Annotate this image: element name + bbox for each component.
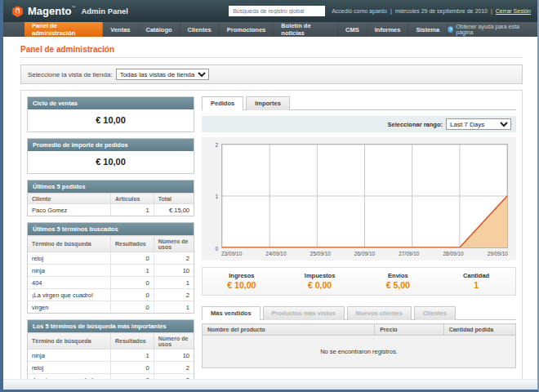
box-title: Últimos 5 pedidos — [28, 180, 194, 193]
last-orders-box: Últimos 5 pedidos Cliente Artículos Tota… — [27, 180, 194, 216]
column-header: Precio — [375, 324, 443, 336]
cell: ninja — [28, 265, 111, 277]
cell: 1 — [111, 265, 154, 277]
cell: ¡La virgen que cuadro! — [28, 289, 111, 301]
chart-tabs: Pedidos Importes — [202, 96, 516, 110]
cell: 2 — [154, 362, 194, 374]
table-row[interactable]: virgen 0 1 — [28, 301, 194, 314]
cell: 0 — [111, 277, 154, 289]
cell: 0 — [111, 252, 154, 265]
page-footer — [3, 379, 537, 390]
bestsellers-table: Nombre del producto Precio Cantidad pedi… — [202, 323, 516, 368]
cell: 404 — [28, 277, 111, 289]
total-value: € 10,00 — [203, 280, 281, 290]
nav-item-reports[interactable]: Informes — [368, 22, 409, 37]
global-search-input[interactable] — [229, 6, 325, 16]
magento-logo-icon — [11, 5, 24, 18]
cell: 1 — [111, 204, 154, 216]
column-header: Cliente — [28, 194, 111, 204]
last-search-terms-box: Últimos 5 términos buscados Término de b… — [27, 222, 194, 314]
cell: € 15,00 — [154, 204, 194, 216]
chart-plot-area — [221, 144, 508, 248]
cell: 10 — [154, 350, 194, 362]
x-tick-label: 26/09/10 — [354, 251, 375, 256]
tab-most-viewed[interactable]: Productos más vistos — [263, 306, 345, 320]
table-header-row: Término de búsqueda Resultados Número de… — [28, 333, 194, 350]
column-header: Resultados — [111, 236, 154, 252]
cell: 1 — [154, 277, 194, 289]
average-orders-value: € 10,00 — [28, 151, 194, 173]
table-header-row: Término de búsqueda Resultados Número de… — [28, 236, 194, 252]
total-label: Impuestos — [281, 272, 359, 279]
box-title: Últimos 5 términos buscados — [28, 223, 194, 235]
column-header: Número de usos — [154, 333, 194, 350]
logged-in-text: Accedió como apardo — [332, 8, 387, 14]
tab-customers[interactable]: Clientes — [414, 306, 456, 320]
trademark-mark: ™ — [71, 5, 75, 10]
column-header: Resultados — [111, 333, 154, 350]
tab-amounts[interactable]: Importes — [246, 96, 290, 110]
cell: virgen — [28, 301, 111, 314]
chart-y-axis: 2 1 0 — [203, 144, 221, 248]
lifetime-sales-value: € 10,00 — [28, 109, 194, 131]
column-header: Nombre del producto — [203, 324, 375, 336]
header-bar: Magento™ Admin Panel Accedió como apardo… — [3, 0, 537, 22]
cell: 0 — [111, 301, 154, 314]
logout-link[interactable]: Cerrar Sesión — [496, 8, 531, 14]
store-switcher: Seleccione la vista de tienda: Todas las… — [20, 65, 523, 84]
nav-item-sales[interactable]: Ventas — [103, 22, 138, 37]
cell: reloj — [28, 362, 111, 374]
cell: 0 — [111, 362, 154, 374]
empty-message: No se encontraron registros. — [203, 336, 516, 368]
y-tick-label: 0 — [215, 246, 218, 252]
table-row[interactable]: 404 0 1 — [28, 277, 194, 289]
range-bar: Seleccionar rango: Last 7 Days — [202, 116, 516, 132]
nav-item-newsletter[interactable]: Boletín de noticias — [274, 22, 338, 37]
table-header-row: Nombre del producto Precio Cantidad pedi… — [203, 324, 516, 336]
nav-item-cms[interactable]: CMS — [338, 22, 368, 37]
table-row[interactable]: Paco Gomez 1 € 15,00 — [28, 204, 194, 216]
table-row[interactable]: ninja 1 10 — [28, 350, 194, 362]
column-header: Número de usos — [154, 236, 194, 252]
dashboard-left-column: Ciclo de ventas € 10,00 Promedio de impo… — [27, 96, 194, 376]
table-row[interactable]: reloj 0 2 — [28, 252, 194, 265]
total-value: € 5,00 — [359, 280, 438, 290]
lifetime-sales-box: Ciclo de ventas € 10,00 — [27, 96, 194, 132]
brand-name: Magento™ — [28, 5, 75, 17]
tab-orders[interactable]: Pedidos — [202, 96, 243, 110]
dashboard-container: Ciclo de ventas € 10,00 Promedio de impo… — [20, 90, 523, 379]
tab-new-customers[interactable]: Nuevos clientes — [347, 306, 412, 320]
table-row[interactable]: reloj 0 2 — [28, 362, 194, 374]
table-row[interactable]: ninja 1 10 — [28, 265, 194, 277]
nav-item-system[interactable]: Sistema — [408, 22, 448, 37]
nav-item-catalog[interactable]: Catálogo — [139, 22, 180, 37]
empty-row: No se encontraron registros. — [203, 336, 516, 368]
page-body: Panel de administración Seleccione la vi… — [3, 37, 537, 379]
nav-item-customers[interactable]: Clientes — [180, 22, 220, 37]
total-shipping: Envíos € 5,00 — [359, 272, 438, 290]
nav-item-promotions[interactable]: Promociones — [220, 22, 274, 37]
cell: Paco Gomez — [28, 204, 111, 216]
range-select[interactable]: Last 7 Days — [446, 118, 511, 130]
nav-item-dashboard[interactable]: Panel de administración — [24, 22, 103, 37]
y-tick-label: 2 — [215, 142, 218, 148]
cell: 2 — [154, 252, 194, 265]
column-header: Cantidad pedida — [443, 324, 515, 336]
tab-bestsellers[interactable]: Más vendidos — [202, 306, 261, 320]
column-header: Término de búsqueda — [28, 333, 111, 350]
x-tick-label: 27/09/10 — [399, 251, 419, 256]
title-divider — [20, 57, 523, 58]
help-link[interactable]: ? Obtener ayuda para esta página — [448, 22, 537, 37]
table-row[interactable]: ¡La virgen que cuadro! 0 2 — [28, 289, 194, 301]
x-tick-label: 28/09/10 — [443, 251, 463, 256]
cell: 1 — [111, 350, 154, 362]
total-quantity: Cantidad 1 — [437, 272, 515, 290]
separator: | — [390, 8, 392, 14]
average-orders-box: Promedio de importe de pedidos € 10,00 — [27, 138, 194, 174]
dashboard-right-column: Pedidos Importes Seleccionar rango: Last… — [202, 96, 516, 376]
store-view-select[interactable]: Todas las vistas de tienda — [116, 69, 209, 80]
table-header-row: Cliente Artículos Total — [28, 194, 194, 204]
column-header: Total — [154, 194, 194, 204]
y-tick-label: 1 — [215, 194, 218, 199]
orders-chart: 2 1 0 23/09/10 — [202, 137, 516, 261]
